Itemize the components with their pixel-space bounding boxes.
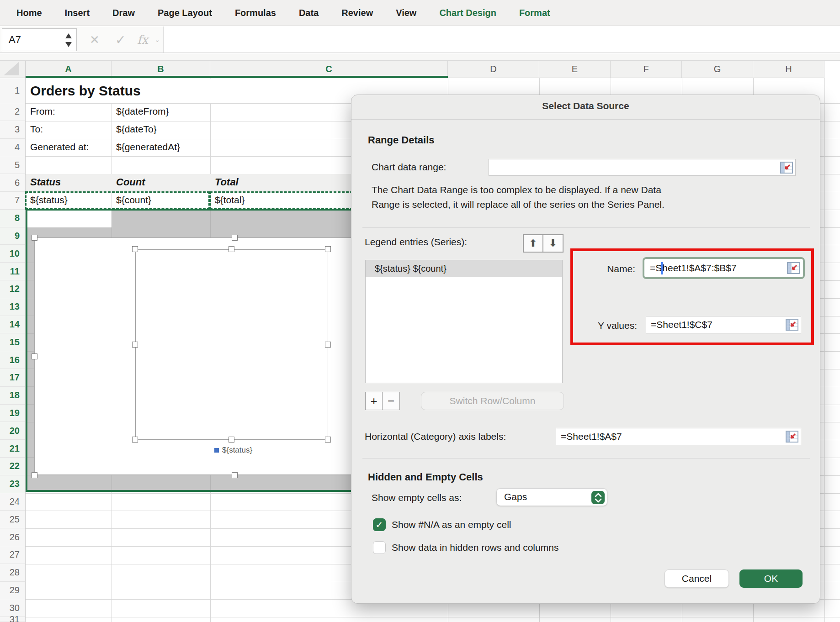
move-up-button[interactable]: ⬆ [524,235,543,252]
chart-selection-handle[interactable] [229,246,234,252]
range-picker-icon[interactable] [785,318,799,332]
menu-data[interactable]: Data [299,8,319,18]
show-hidden-data-label[interactable]: Show data in hidden rows and columns [392,542,558,553]
row-header-10[interactable]: 10 [0,245,25,263]
menu-page-layout[interactable]: Page Layout [158,8,212,18]
show-empty-cells-dropdown[interactable]: Gaps [496,488,607,506]
row-header-15[interactable]: 15 [0,333,25,351]
menu-view[interactable]: View [396,8,416,18]
row-header-27[interactable]: 27 [0,546,25,564]
column-header-E[interactable]: E [539,61,611,78]
range-picker-icon[interactable] [787,261,800,275]
row-header-1[interactable]: 1 [0,78,25,103]
cell-b3[interactable]: ${dateTo} [116,124,157,135]
chart-selection-handle[interactable] [132,437,138,443]
range-picker-icon[interactable] [785,430,799,443]
name-box[interactable]: A7 [2,28,77,51]
chart-selection-handle[interactable] [325,437,331,443]
row-header-3[interactable]: 3 [0,121,25,139]
chart-selection-handle[interactable] [325,342,331,348]
cancel-entry-icon[interactable]: ✕ [90,26,100,53]
show-na-checkbox[interactable]: ✓ [373,518,386,531]
cell-b4[interactable]: ${generatedAt} [116,142,180,153]
remove-series-button[interactable]: − [383,392,399,410]
row-header-9[interactable]: 9 [0,227,25,245]
menu-chart-design[interactable]: Chart Design [439,8,496,18]
row-header-7[interactable]: 7 [0,192,25,210]
menu-home[interactable]: Home [16,8,42,18]
show-hidden-data-checkbox[interactable] [373,541,386,554]
row-header-2[interactable]: 2 [0,103,25,121]
add-series-button[interactable]: + [366,392,383,410]
row-header-5[interactable]: 5 [0,156,25,174]
column-header-D[interactable]: D [448,61,539,78]
row-header-31[interactable]: 31 [0,617,25,622]
row-header-4[interactable]: 4 [0,139,25,157]
chart-data-range-input[interactable] [489,159,796,176]
menu-formulas[interactable]: Formulas [235,8,276,18]
series-list-item[interactable]: ${status} ${count} [366,260,562,277]
column-header-G[interactable]: G [682,61,753,78]
move-down-button[interactable]: ⬇ [543,235,563,252]
stepper-up-icon[interactable] [65,33,72,38]
row-header-24[interactable]: 24 [0,493,25,511]
row-header-11[interactable]: 11 [0,263,25,280]
select-all-corner[interactable] [0,61,26,78]
show-na-label[interactable]: Show #N/A as an empty cell [392,519,511,530]
chart-selection-handle[interactable] [232,472,238,478]
chart-legend[interactable]: ${status} [214,446,252,455]
chart-selection-handle[interactable] [325,246,331,252]
range-picker-icon[interactable] [780,161,793,174]
row-header-28[interactable]: 28 [0,564,25,582]
confirm-entry-icon[interactable]: ✓ [115,26,126,53]
chart-selection-handle[interactable] [232,235,238,241]
row-header-21[interactable]: 21 [0,440,25,458]
chart-plot-area[interactable] [135,249,328,440]
column-header-H[interactable]: H [753,61,824,78]
row-header-14[interactable]: 14 [0,316,25,334]
axis-labels-input[interactable]: =Sheet1!$A$7 [556,428,801,445]
cell-c6[interactable]: Total [215,176,239,188]
name-box-stepper-icon[interactable] [64,32,73,48]
row-header-22[interactable]: 22 [0,458,25,475]
row-header-18[interactable]: 18 [0,387,25,405]
row-header-25[interactable]: 25 [0,511,25,528]
row-header-19[interactable]: 19 [0,405,25,422]
row-header-13[interactable]: 13 [0,298,25,316]
series-name-input[interactable]: =Sheet1!$A$7:$B$7 [643,257,805,279]
row-header-26[interactable]: 26 [0,528,25,546]
insert-function-icon[interactable]: fx [137,26,148,53]
cell-b6[interactable]: Count [116,176,145,188]
row-header-12[interactable]: 12 [0,280,25,298]
row-header-16[interactable]: 16 [0,351,25,369]
row-header-8[interactable]: 8 [0,210,25,227]
cell-a4[interactable]: Generated at: [30,142,89,153]
chart-selection-handle[interactable] [32,472,37,478]
y-values-input[interactable]: =Sheet1!$C$7 [646,316,801,333]
cell-a6[interactable]: Status [30,176,61,188]
chart-selection-handle[interactable] [32,353,37,359]
row-header-6[interactable]: 6 [0,174,25,192]
row-header-20[interactable]: 20 [0,422,25,440]
cell-a2[interactable]: From: [30,106,55,117]
cancel-button[interactable]: Cancel [665,569,729,588]
row-header-17[interactable]: 17 [0,369,25,387]
cell-a3[interactable]: To: [30,124,43,135]
chevron-down-icon[interactable]: ⌄ [154,26,160,53]
menu-insert[interactable]: Insert [65,8,90,18]
switch-row-column-button[interactable]: Switch Row/Column [421,392,564,410]
menu-review[interactable]: Review [341,8,373,18]
chart-selection-handle[interactable] [229,437,234,443]
formula-input[interactable] [163,26,840,53]
series-list[interactable]: ${status} ${count} [365,260,563,383]
chart-selection-handle[interactable] [32,235,37,241]
menu-draw[interactable]: Draw [112,8,135,18]
chart-selection-handle[interactable] [132,342,138,348]
sheet-title-cell[interactable]: Orders by Status [30,83,141,99]
cell-b2[interactable]: ${dateFrom} [116,106,169,117]
row-header-23[interactable]: 23 [0,475,25,493]
ok-button[interactable]: OK [739,569,803,588]
chart-selection-handle[interactable] [132,246,138,252]
stepper-down-icon[interactable] [65,42,72,47]
dropdown-stepper-icon[interactable] [591,491,605,504]
